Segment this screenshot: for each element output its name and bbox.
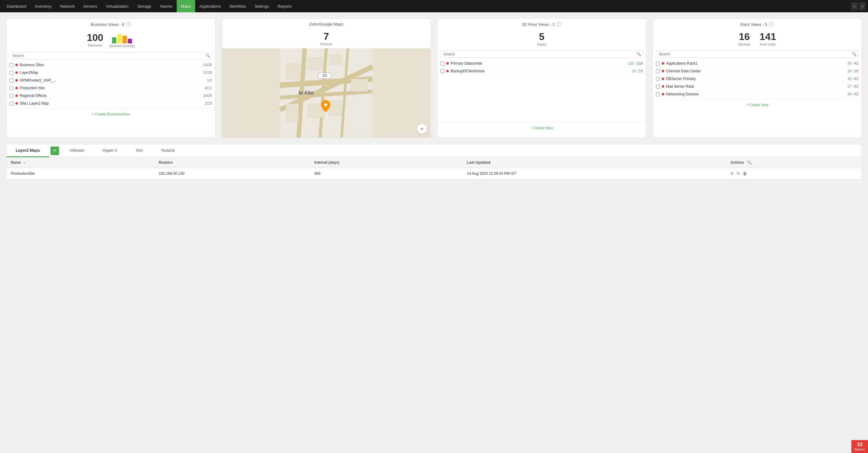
refresh-icon[interactable]: ↻ (731, 171, 734, 176)
edit-icon[interactable]: ✎ (737, 171, 740, 176)
bv-list: Business Sites 14/26 Layer2Map 12/25 OPM… (6, 61, 215, 107)
bv-create-btn[interactable]: + Create BusinessView (6, 109, 215, 120)
rack-item-1-name: Chennai Data Center (666, 69, 845, 73)
bottom-section: Layer2 Maps + VMware Hyper-V Xen Nutanix… (6, 144, 862, 180)
rack-views-card: Rack Views - 5 ? 16 Devices 141 Free Uni… (653, 19, 862, 138)
bv-item-3-name: Production Site (20, 86, 203, 90)
nav-storage[interactable]: Storage (133, 0, 156, 12)
delete-icon[interactable]: 🗑 (743, 171, 747, 176)
bv-item-4-dot (16, 95, 18, 97)
floor-views-help-icon[interactable]: ? (557, 22, 561, 27)
list-item[interactable]: Layer2Map 12/25 (6, 69, 215, 77)
nav-applications[interactable]: Applications (195, 0, 225, 12)
rack-create-btn[interactable]: + Create New (653, 99, 862, 110)
nav-settings[interactable]: Settings (250, 0, 273, 12)
nav-workflow[interactable]: Workflow (225, 0, 250, 12)
rack-list: Applications Rack1 35/42 Chennai Data Ce… (653, 60, 862, 98)
map-zoom-btn[interactable]: + (417, 124, 427, 134)
tab-vmware[interactable]: VMware (60, 144, 94, 157)
rack-item-2-checkbox[interactable] (656, 77, 660, 81)
rack-item-3-checkbox[interactable] (656, 85, 660, 89)
bv-item-5-checkbox[interactable] (9, 102, 13, 105)
floor-item-0-total: /168 (636, 61, 643, 66)
svg-point-16 (324, 103, 327, 106)
floor-create-btn[interactable]: + Create New (437, 123, 646, 133)
severity-chart: (Element Severity) (110, 31, 135, 48)
floor-stats: 5 Racks (437, 29, 646, 48)
floor-item-1-checkbox[interactable] (440, 69, 444, 73)
nav-virtualization[interactable]: Virtualization (101, 0, 133, 12)
rack-search-input[interactable] (656, 51, 859, 58)
tabs-row: Layer2 Maps + VMware Hyper-V Xen Nutanix (6, 144, 862, 157)
bv-item-4-count: 14/26 (203, 94, 212, 98)
rack-views-help-icon[interactable]: ? (769, 22, 774, 27)
bv-search-box: 🔍 (9, 52, 212, 59)
bv-item-1-checkbox[interactable] (9, 71, 13, 75)
svg-rect-12 (329, 101, 342, 116)
rack-item-3-name: Mail Server Rack (666, 84, 845, 89)
list-item[interactable]: Mail Server Rack 27/42 (653, 83, 862, 91)
severity-bar-4 (128, 39, 132, 43)
rack-item-3-dot (662, 85, 664, 88)
bv-search-input[interactable] (9, 52, 212, 59)
tab-xen[interactable]: Xen (126, 144, 152, 157)
nav-arrow-left[interactable]: ‹ (851, 2, 858, 10)
navbar: Dashboard Inventory Network Servers Virt… (0, 0, 868, 12)
nav-reports[interactable]: Reports (273, 0, 296, 12)
col-name[interactable]: Name ▲ (6, 157, 155, 168)
floor-search-icon: 🔍 (637, 52, 641, 56)
rack-item-1-checkbox[interactable] (656, 69, 660, 73)
list-item[interactable]: Production Site 8/11 (6, 84, 215, 92)
list-item[interactable]: Chennai Data Center 16/16 (653, 67, 862, 75)
table-row: ProductionSite 192.168.50.140 365 14 Aug… (6, 168, 862, 180)
bv-item-3-dot (16, 87, 18, 89)
cell-routers: 192.168.50.140 (155, 168, 310, 180)
svg-rect-9 (286, 64, 300, 79)
bv-item-1-name: Layer2Map (20, 70, 201, 75)
floor-search-input[interactable] (440, 51, 643, 58)
zoho-maps-card: Zoho/Google Maps 7 Devices (222, 19, 431, 138)
list-item[interactable]: Primary Datacenter 125/168 (437, 60, 646, 67)
floor-item-1-total: /16 (638, 69, 643, 73)
list-item[interactable]: Site1 Layer2 Map 2/10 (6, 100, 215, 107)
tab-add-button[interactable]: + (51, 147, 59, 155)
rack-item-2-name: DBServer Primary (666, 77, 845, 81)
list-item[interactable]: DBServer Primary 35/42 (653, 75, 862, 83)
rack-item-3-used: 27 (847, 84, 851, 89)
floor-views-title: 3D Floor Views - 2 ? (437, 19, 646, 29)
business-views-card: Business Views - 6 ? 100 Elements (Eleme… (6, 19, 215, 138)
rack-item-1-dot (662, 70, 664, 72)
tab-hyper-v[interactable]: Hyper-V (93, 144, 126, 157)
rack-item-2-used: 35 (847, 77, 851, 81)
nav-network[interactable]: Network (56, 0, 79, 12)
list-item[interactable]: Applications Rack1 35/42 (653, 60, 862, 67)
nav-maps[interactable]: Maps (177, 0, 195, 12)
bv-item-3-checkbox[interactable] (9, 86, 13, 90)
map-stats: 7 Devices (222, 28, 431, 48)
list-item[interactable]: Business Sites 14/26 (6, 61, 215, 69)
list-item[interactable]: Regional Offices 14/26 (6, 92, 215, 100)
rack-item-4-used: 28 (847, 92, 851, 96)
nav-servers[interactable]: Servers (79, 0, 101, 12)
bv-item-4-checkbox[interactable] (9, 94, 13, 98)
nav-inventory[interactable]: Inventory (31, 0, 56, 12)
nav-dashboard[interactable]: Dashboard (2, 0, 31, 12)
bv-item-2-checkbox[interactable] (9, 78, 13, 83)
rack-item-0-checkbox[interactable] (656, 62, 660, 66)
tab-nutanix[interactable]: Nutanix (152, 144, 184, 157)
rack-item-4-checkbox[interactable] (656, 92, 660, 96)
bv-item-0-checkbox[interactable] (9, 63, 13, 67)
nav-alarms[interactable]: Alarms (155, 0, 176, 12)
bv-item-2-dot (16, 79, 18, 82)
floor-item-0-checkbox[interactable] (440, 62, 444, 66)
bv-stats: 100 Elements (Element Severity) (6, 29, 215, 50)
business-views-help-icon[interactable]: ? (126, 22, 131, 27)
tab-layer2-maps[interactable]: Layer2 Maps (6, 144, 49, 157)
list-item[interactable]: Networking Devices 28/42 (653, 91, 862, 98)
table-search-icon[interactable]: 🔍 (747, 160, 752, 165)
map-container: lo Alto 101 + (222, 48, 431, 137)
bv-item-3-count: 8/11 (205, 86, 212, 90)
nav-arrow-right[interactable]: › (859, 2, 866, 10)
list-item[interactable]: OPMRouter2_VoIP_... 1/2 (6, 77, 215, 84)
list-item[interactable]: BackupDCNorthAsia 16/16 (437, 67, 646, 75)
